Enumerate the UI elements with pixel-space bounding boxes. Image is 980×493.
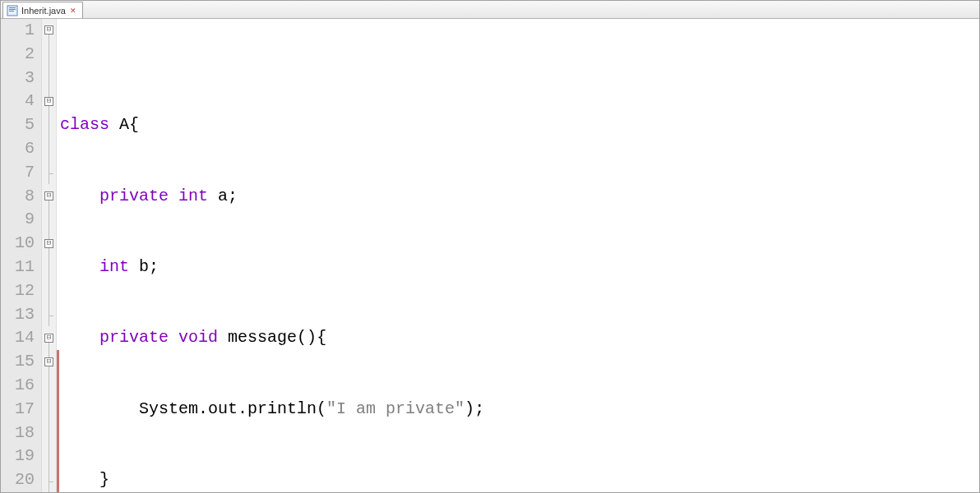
code-text-area[interactable]: class A{ private int a; int b; private v… xyxy=(57,19,979,492)
code-line: class A{ xyxy=(57,113,979,137)
line-number: 6 xyxy=(1,137,35,161)
fold-toggle-icon[interactable]: ⊟ xyxy=(44,334,53,343)
code-line: System.out.println("I am private"); xyxy=(57,398,979,422)
code-line: } xyxy=(57,468,979,492)
java-file-icon xyxy=(7,5,18,16)
fold-guide xyxy=(49,316,53,316)
change-marker xyxy=(57,350,59,492)
editor-window: Inherit.java ✕ 1234567891011121314151617… xyxy=(0,0,980,493)
line-number: 20 xyxy=(1,468,35,492)
fold-guide xyxy=(49,35,49,184)
svg-rect-1 xyxy=(9,7,16,8)
fold-guide xyxy=(49,481,53,482)
fold-toggle-icon[interactable]: ⊟ xyxy=(44,357,53,366)
fold-toggle-icon[interactable]: ⊟ xyxy=(44,239,53,248)
line-number: 19 xyxy=(1,445,35,468)
code-area: 1234567891011121314151617181920 ⊟ ⊟ ⊟ ⊟ … xyxy=(1,19,979,492)
svg-rect-3 xyxy=(9,11,14,12)
line-number: 8 xyxy=(1,185,35,209)
tab-filename: Inherit.java xyxy=(21,6,66,16)
line-number: 15 xyxy=(1,350,35,374)
line-number-gutter: 1234567891011121314151617181920 xyxy=(1,19,42,492)
line-number: 17 xyxy=(1,398,35,422)
line-number: 18 xyxy=(1,422,35,445)
code-line: int b; xyxy=(57,256,979,279)
line-number: 16 xyxy=(1,374,35,398)
line-number: 10 xyxy=(1,232,35,256)
line-number: 1 xyxy=(1,19,35,43)
code-line: private void message(){ xyxy=(57,326,979,350)
svg-rect-2 xyxy=(9,9,16,10)
line-number: 14 xyxy=(1,326,35,350)
fold-guide xyxy=(49,173,53,174)
code-line: private int a; xyxy=(57,185,979,209)
line-number: 4 xyxy=(1,90,35,113)
line-number: 3 xyxy=(1,67,35,90)
line-number: 9 xyxy=(1,208,35,232)
close-icon[interactable]: ✕ xyxy=(69,7,77,15)
line-number: 5 xyxy=(1,113,35,137)
line-number: 11 xyxy=(1,256,35,279)
tab-bar: Inherit.java ✕ xyxy=(1,1,979,19)
line-number: 2 xyxy=(1,43,35,67)
fold-toggle-icon[interactable]: ⊟ xyxy=(44,25,53,35)
fold-column: ⊟ ⊟ ⊟ ⊟ ⊟ ⊟ xyxy=(42,19,57,492)
line-number: 13 xyxy=(1,303,35,327)
line-number: 7 xyxy=(1,161,35,185)
fold-toggle-icon[interactable]: ⊟ xyxy=(44,191,53,200)
fold-guide xyxy=(49,200,49,326)
fold-toggle-icon[interactable]: ⊟ xyxy=(44,97,53,106)
file-tab[interactable]: Inherit.java ✕ xyxy=(2,2,83,18)
line-number: 12 xyxy=(1,279,35,303)
